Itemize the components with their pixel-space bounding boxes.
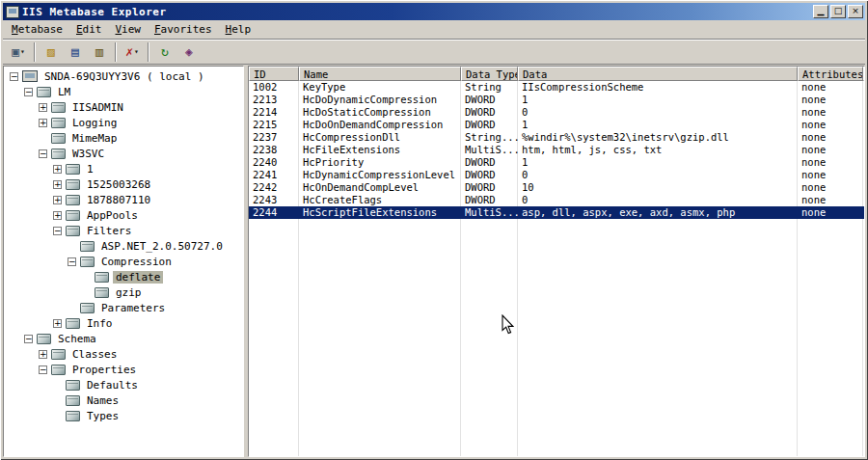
menu-metabase[interactable]: Metabase — [5, 21, 69, 39]
expand-icon[interactable]: + — [53, 165, 62, 174]
tree-item-w3svc[interactable]: −W3SVC — [6, 146, 243, 161]
column-header-attributes[interactable]: Attributes — [798, 67, 863, 81]
tree-item-iisadmin[interactable]: +IISADMIN — [6, 99, 243, 115]
tree-item-compression[interactable]: −Compression — [6, 254, 243, 269]
expand-icon[interactable]: + — [53, 196, 62, 204]
table-row-2242[interactable]: 2242HcOnDemandCompLevelDWORD10none — [249, 181, 864, 194]
cell-data-type: DWORD — [461, 119, 518, 131]
title-buttons: ▁□× — [811, 5, 863, 18]
table-row-2215[interactable]: 2215HcDoOnDemandCompressionDWORD1none — [249, 119, 864, 131]
tree-item-filters[interactable]: −Filters — [6, 223, 243, 238]
tree-item-label[interactable]: gzip — [113, 286, 145, 299]
cell-data: 0 — [518, 194, 798, 206]
tree-item-label[interactable]: Properties — [69, 364, 139, 376]
tree-item-deflate[interactable]: deflate — [6, 269, 243, 284]
maximize-button[interactable]: □ — [830, 5, 846, 18]
menu-bar: MetabaseEditViewFavoritesHelp — [3, 20, 865, 39]
column-header-data[interactable]: Data — [518, 67, 798, 81]
tree-item-label[interactable]: Info — [84, 317, 116, 330]
collapse-icon[interactable]: − — [10, 72, 18, 81]
new-key-button[interactable]: ▨ — [40, 41, 63, 63]
column-header-id[interactable]: ID — [249, 67, 299, 81]
tree-item-mimemap[interactable]: MimeMap — [6, 130, 243, 146]
table-row-2240[interactable]: 2240HcPriorityDWORD1none — [249, 156, 864, 169]
tree-item-apppools[interactable]: +AppPools — [6, 207, 243, 223]
tree-item-types[interactable]: Types — [6, 408, 243, 423]
table-row-2241[interactable]: 2241HcDynamicCompressionLevelDWORD0none — [249, 169, 864, 181]
tree-item-lm[interactable]: −LM — [6, 84, 243, 99]
tree-item-label[interactable]: Defaults — [84, 379, 141, 392]
tree-item-label[interactable]: Parameters — [98, 302, 168, 314]
tree-item-label[interactable]: SNDA-69Q3UYY3V6 ( local ) — [41, 70, 207, 83]
tree-item-label[interactable]: ASP.NET_2.0.50727.0 — [98, 240, 226, 253]
menu-favorites[interactable]: Favorites — [148, 21, 219, 39]
column-header-name[interactable]: Name — [299, 67, 461, 81]
tree-item-label[interactable]: 1 — [84, 163, 96, 176]
table-row-1002[interactable]: 1002KeyTypeStringIIsCompressionSchemenon… — [249, 81, 864, 94]
paste-icon: ▥ — [95, 45, 103, 58]
expand-icon[interactable]: + — [53, 211, 62, 220]
tree-item-classes[interactable]: +Classes — [6, 346, 243, 362]
collapse-icon[interactable]: − — [24, 88, 33, 96]
delete-button[interactable]: ✗▾ — [121, 41, 144, 63]
tree-item-1525003268[interactable]: +1525003268 — [6, 176, 243, 192]
menu-edit[interactable]: Edit — [69, 21, 109, 39]
tree-item-asp-net-2-0-50727-0[interactable]: ASP.NET_2.0.50727.0 — [6, 238, 243, 254]
tree-item-snda-69q3uyy3v6-local[interactable]: −SNDA-69Q3UYY3V6 ( local ) — [6, 68, 243, 84]
expand-icon[interactable]: + — [39, 103, 47, 112]
expand-icon[interactable]: + — [53, 319, 62, 328]
paste-button[interactable]: ▥ — [88, 41, 111, 63]
tree-item-label[interactable]: 1525003268 — [84, 178, 153, 191]
tree-item-label[interactable]: LM — [55, 86, 73, 98]
collapse-icon[interactable]: − — [68, 257, 76, 266]
tree-item-label[interactable]: W3SVC — [69, 148, 107, 160]
tree-item-logging[interactable]: +Logging — [6, 115, 243, 130]
minimize-button[interactable]: ▁ — [813, 5, 828, 18]
menu-help[interactable]: Help — [219, 21, 258, 39]
cell-name: HcPriority — [299, 156, 461, 169]
tree-item-label[interactable]: Logging — [69, 117, 120, 129]
collapse-icon[interactable]: − — [53, 227, 62, 235]
tree-item-names[interactable]: Names — [6, 392, 243, 408]
tree-item-label[interactable]: deflate — [113, 271, 163, 284]
collapse-icon[interactable]: − — [39, 365, 47, 374]
network-button[interactable]: ◈ — [177, 41, 201, 63]
table-row-2244[interactable]: 2244HcScriptFileExtensionsMultiS...asp, … — [249, 206, 864, 219]
tree-item-label[interactable]: MimeMap — [69, 132, 120, 145]
tree-item-1[interactable]: +1 — [6, 161, 243, 176]
table-row-2243[interactable]: 2243HcCreateFlagsDWORD0none — [249, 194, 864, 206]
tree-item-1878807110[interactable]: +1878807110 — [6, 192, 243, 207]
column-header-data-type[interactable]: Data Type — [461, 67, 518, 81]
tree-item-properties[interactable]: −Properties — [6, 362, 243, 377]
connect-button[interactable]: ▣▾ — [7, 41, 30, 63]
tree-item-label[interactable]: Filters — [84, 225, 134, 237]
db-icon — [80, 257, 95, 267]
cell-id: 2215 — [249, 119, 299, 131]
tree-item-schema[interactable]: −Schema — [6, 331, 243, 346]
expand-icon[interactable]: + — [39, 119, 47, 127]
collapse-icon[interactable]: − — [24, 335, 33, 343]
table-row-2237[interactable]: 2237HcCompressionDllString...%windir%\sy… — [249, 131, 864, 144]
tree-item-label[interactable]: Schema — [55, 333, 99, 345]
refresh-button[interactable]: ↻ — [153, 41, 176, 63]
tree-item-parameters[interactable]: Parameters — [6, 300, 243, 315]
tree-item-gzip[interactable]: gzip — [6, 284, 243, 300]
tree-item-label[interactable]: 1878807110 — [84, 194, 153, 206]
table-row-2214[interactable]: 2214HcDoStaticCompressionDWORD0none — [249, 106, 864, 119]
collapse-icon[interactable]: − — [39, 149, 47, 158]
expand-icon[interactable]: + — [53, 180, 62, 189]
tree-item-label[interactable]: Compression — [98, 256, 175, 268]
table-row-2238[interactable]: 2238HcFileExtensionsMultiS...htm, html, … — [249, 144, 864, 156]
tree-item-label[interactable]: Classes — [69, 348, 120, 361]
tree-item-defaults[interactable]: Defaults — [6, 377, 243, 392]
tree-item-label[interactable]: AppPools — [84, 209, 141, 222]
tree-item-label[interactable]: Names — [84, 394, 122, 407]
tree-item-label[interactable]: IISADMIN — [69, 101, 126, 114]
expand-icon[interactable]: + — [39, 350, 47, 359]
menu-view[interactable]: View — [108, 21, 148, 39]
close-button[interactable]: × — [848, 5, 863, 18]
tree-item-label[interactable]: Types — [84, 410, 122, 422]
tree-item-info[interactable]: +Info — [6, 315, 243, 331]
table-row-2213[interactable]: 2213HcDoDynamicCompressionDWORD1none — [249, 94, 864, 106]
copy-button[interactable]: ▤ — [64, 41, 87, 63]
